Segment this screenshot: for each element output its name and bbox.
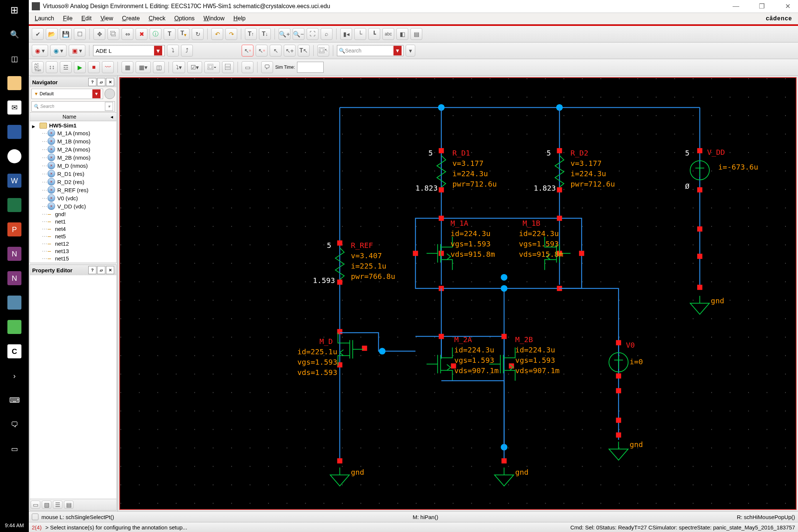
expand-icon[interactable]: › xyxy=(7,369,21,383)
nav-item-4[interactable]: ⋯×M_D (nmos) xyxy=(31,161,116,170)
nav-filter-settings[interactable] xyxy=(105,89,115,99)
nav-item-9[interactable]: ⋯×V_DD (vdc) xyxy=(31,202,116,210)
tb-anno3[interactable]: ⿴▾ xyxy=(204,61,220,73)
nav-item-11[interactable]: ⋯⎼net1 xyxy=(31,218,116,225)
tb-sheet[interactable]: ▤ xyxy=(410,28,422,40)
prop-undock-btn[interactable]: ▱ xyxy=(97,266,105,274)
nav-item-16[interactable]: ⋯⎼net15 xyxy=(31,255,116,262)
tb-zoomout[interactable]: 🔍− xyxy=(293,28,304,40)
close-button[interactable]: ✕ xyxy=(780,2,795,10)
prop-btn2[interactable]: ▧ xyxy=(42,501,51,509)
tb-widewire[interactable]: ┗ xyxy=(368,28,380,40)
prop-btn4[interactable]: ▤ xyxy=(64,501,74,509)
tb-sel3[interactable]: ↖ xyxy=(270,45,282,57)
keyboard-icon[interactable]: ▭ xyxy=(7,442,21,456)
tb-anno5[interactable]: ▭ xyxy=(242,61,253,73)
nav-item-5[interactable]: ⋯×R_D1 (res) xyxy=(31,170,116,178)
prop-btn3[interactable]: ☰ xyxy=(53,501,62,509)
tb-Tdown[interactable]: T↓ xyxy=(259,28,271,40)
nav-item-8[interactable]: ⋯×V0 (vdc) xyxy=(31,194,116,202)
menu-file[interactable]: File xyxy=(63,15,73,22)
tb-check-save[interactable]: ✔ xyxy=(32,28,44,40)
tb-print[interactable]: ☐ xyxy=(74,28,86,40)
toolbar-search[interactable]: 🔍 Search ▼ xyxy=(337,45,403,56)
menu-check[interactable]: Check xyxy=(149,15,165,22)
nav-tree[interactable]: ▸HW5-Sim1⋯×M_1A (nmos)⋯×M_1B (nmos)⋯×M_2… xyxy=(30,121,116,263)
tb-zoomsel[interactable]: ⌕ xyxy=(321,28,332,40)
tb-plot[interactable]: 〰 xyxy=(102,61,114,73)
tb-label[interactable]: abc xyxy=(382,28,394,40)
tb-undo[interactable]: ↶ xyxy=(211,28,223,40)
nav-item-13[interactable]: ⋯⎼net5 xyxy=(31,232,116,240)
tb-marker1[interactable]: ◉▾ xyxy=(32,45,48,57)
onenote2-icon[interactable]: N xyxy=(7,271,21,285)
ade-dropdown-btn[interactable]: ▼ xyxy=(154,46,162,55)
search-task-icon[interactable]: 🔍 xyxy=(7,27,21,41)
tb-marker2[interactable]: ◉▾ xyxy=(50,45,66,57)
nav-item-14[interactable]: ⋯⎼net12 xyxy=(31,240,116,247)
tb-rotate[interactable]: ↻ xyxy=(192,28,204,40)
prop-help-btn[interactable]: ? xyxy=(88,266,96,274)
tb-save[interactable]: 💾 xyxy=(60,28,72,40)
tb-selT[interactable]: T↖ xyxy=(298,45,310,57)
tb-Tup[interactable]: T↑ xyxy=(245,28,257,40)
menu-window[interactable]: Window xyxy=(204,15,225,22)
nav-item-6[interactable]: ⋯×R_D2 (res) xyxy=(31,178,116,186)
onenote-icon[interactable]: N xyxy=(7,247,21,261)
app2-icon[interactable] xyxy=(7,320,21,334)
nav-item-1[interactable]: ⋯×M_1B (nmos) xyxy=(31,137,116,145)
nav-help-btn[interactable]: ? xyxy=(88,78,96,86)
tb-redo[interactable]: ↷ xyxy=(225,28,237,40)
tb-analyses[interactable]: ACDCTran xyxy=(32,61,44,73)
mail-icon[interactable]: ✉ xyxy=(7,100,21,115)
tb-zoomfit[interactable]: ⛶ xyxy=(307,28,318,40)
tb-move[interactable]: ✥ xyxy=(93,28,105,40)
nav-item-12[interactable]: ⋯⎼net4 xyxy=(31,225,116,232)
ade-dropdown[interactable]: ADE L ▼ xyxy=(93,45,165,56)
nav-close-btn[interactable]: ✕ xyxy=(106,78,114,86)
tb-simtime-icon[interactable]: 🗩 xyxy=(261,61,273,73)
tb-selgrp[interactable]: ⿴↖ xyxy=(317,45,329,57)
tb-sel1[interactable]: ↖▫ xyxy=(242,45,253,57)
sim-time-field[interactable] xyxy=(297,62,324,73)
tb-searchnext[interactable]: ▾ xyxy=(406,45,415,57)
menu-view[interactable]: View xyxy=(100,15,113,22)
tb-calc[interactable]: ◫ xyxy=(153,61,165,73)
tray2-icon[interactable]: 🗨 xyxy=(7,417,21,432)
explorer2-icon[interactable] xyxy=(7,125,21,139)
tb-anno4[interactable]: ⿳ xyxy=(222,61,234,73)
tb-descend[interactable]: ⤵ xyxy=(167,45,179,57)
nav-col-header[interactable]: Name◂ xyxy=(30,112,116,121)
tb-pin[interactable]: ◧ xyxy=(396,28,408,40)
explorer-icon[interactable] xyxy=(7,76,21,90)
prop-close-btn[interactable]: ✕ xyxy=(106,266,114,274)
minimize-button[interactable]: — xyxy=(729,2,743,10)
tb-anno1[interactable]: ⤵▾ xyxy=(173,61,185,73)
tb-sel4[interactable]: ↖+ xyxy=(284,45,296,57)
nav-item-10[interactable]: ⋯⎼gnd! xyxy=(31,210,116,218)
maximize-button[interactable]: ❐ xyxy=(754,2,769,10)
tb-results1[interactable]: ▦ xyxy=(122,61,133,73)
nav-item-2[interactable]: ⋯×M_2A (nmos) xyxy=(31,145,116,153)
menu-create[interactable]: Create xyxy=(122,15,140,22)
chrome-icon[interactable]: ◉ xyxy=(7,149,21,163)
cadence-task-icon[interactable]: C xyxy=(7,344,21,358)
menu-help[interactable]: Help xyxy=(233,15,246,22)
tb-stop[interactable]: ■ xyxy=(88,61,100,73)
tb-stretch[interactable]: ⇔ xyxy=(122,28,133,40)
menu-launch[interactable]: Launch xyxy=(35,15,54,22)
tb-textedit[interactable]: T▾ xyxy=(178,28,190,40)
tb-zoomin[interactable]: 🔍+ xyxy=(279,28,290,40)
tb-anno2[interactable]: ☑▾ xyxy=(187,61,202,73)
menu-edit[interactable]: Edit xyxy=(81,15,92,22)
taskbar-clock[interactable]: 9:44 AM xyxy=(0,522,29,528)
tb-run[interactable]: ▶ xyxy=(74,61,86,73)
nav-search[interactable]: 🔍 Search ▾ xyxy=(31,101,115,112)
nav-filter-btn[interactable]: ▼ xyxy=(92,89,100,98)
tb-results2[interactable]: ▦▾ xyxy=(136,61,151,73)
nav-item-3[interactable]: ⋯×M_2B (nmos) xyxy=(31,153,116,161)
tb-instance[interactable]: ▮◂ xyxy=(340,28,352,40)
tb-sel2[interactable]: ↖▫ xyxy=(256,45,267,57)
tb-copy[interactable]: ⿻ xyxy=(108,28,119,40)
nav-undock-btn[interactable]: ▱ xyxy=(97,78,105,86)
